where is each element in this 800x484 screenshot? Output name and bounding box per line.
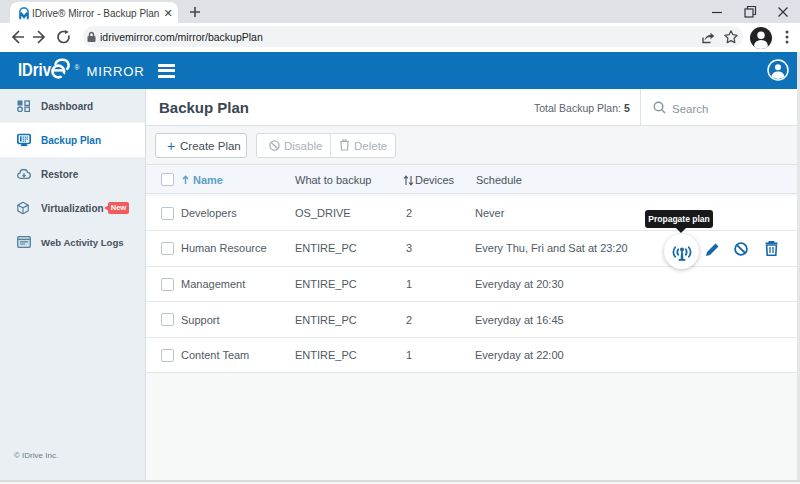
svg-text:®: ® [75, 64, 80, 71]
svg-text:MIRROR: MIRROR [87, 64, 145, 79]
svg-text:IDriv: IDriv [18, 59, 52, 80]
